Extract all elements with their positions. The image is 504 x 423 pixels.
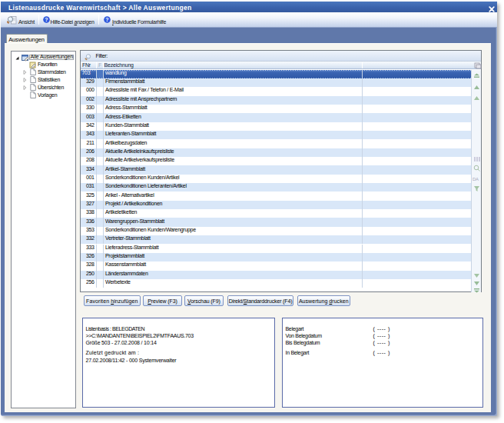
svg-text:?: ? (45, 17, 48, 22)
svg-text:?: ? (105, 17, 108, 22)
